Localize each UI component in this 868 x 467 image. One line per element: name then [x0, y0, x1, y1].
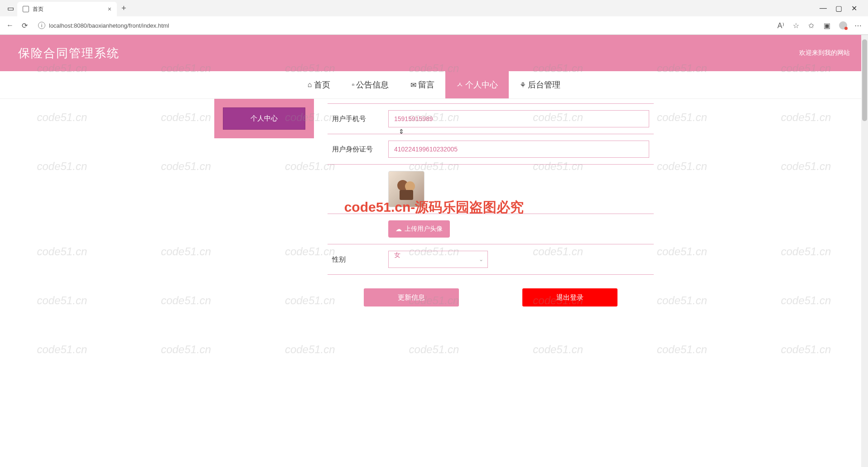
header-banner: 保险合同管理系统 欢迎来到我的网站	[0, 35, 868, 71]
home-icon: ⌂	[308, 81, 312, 89]
nav-label: 个人中心	[465, 79, 498, 90]
tab-bar: ▭ 首页 × + — ▢ ✕	[0, 0, 868, 16]
favorites-bar-icon[interactable]: ✩	[808, 21, 816, 29]
nav-admin[interactable]: ⚘ 后台管理	[509, 71, 571, 98]
nav-profile[interactable]: ㅅ 个人中心	[445, 71, 509, 98]
upload-avatar-button[interactable]: ☁ 上传用户头像	[388, 220, 450, 238]
window-controls-left: ▭	[4, 5, 17, 11]
site-title: 保险合同管理系统	[18, 45, 120, 61]
tab-actions-icon[interactable]: ▭	[7, 5, 14, 11]
address-bar: ← ⟳ i localhost:8080/baoxianhetong/front…	[0, 16, 868, 34]
nav-label: 后台管理	[528, 79, 560, 90]
profile-icon[interactable]	[839, 21, 847, 29]
form-row-phone: 用户手机号 ⇕	[328, 103, 654, 134]
id-label: 用户身份证号	[332, 145, 377, 154]
nav-home[interactable]: ⌂ 首页	[297, 71, 341, 98]
collections-icon[interactable]: ▣	[824, 21, 832, 29]
window-controls-right: — ▢ ✕	[813, 5, 864, 11]
mail-icon: ✉	[410, 81, 416, 89]
gender-label: 性别	[332, 255, 377, 264]
grid-icon: ▫	[352, 81, 355, 89]
page-wrapper: code51.cncode51.cncode51.cncode51.cncode…	[0, 35, 868, 467]
sidebar: 个人中心	[214, 99, 314, 316]
svg-point-1	[405, 181, 415, 191]
read-aloud-icon[interactable]: A⁾	[777, 21, 786, 29]
back-button[interactable]: ←	[5, 21, 14, 30]
form-row-gender: 性别 女 ⌄	[328, 244, 654, 275]
refresh-button[interactable]: ⟳	[20, 21, 29, 30]
tab-title: 首页	[33, 5, 43, 13]
url-box[interactable]: i localhost:8080/baoxianhetong/front/ind…	[34, 20, 772, 31]
gender-select[interactable]: 女	[388, 251, 488, 268]
phone-input[interactable]	[388, 110, 649, 127]
page-icon	[23, 6, 29, 12]
main-area: 个人中心 用户手机号 ⇕ 用户身份证号	[0, 99, 868, 334]
close-tab-icon[interactable]: ×	[108, 5, 111, 13]
nav-messages[interactable]: ✉ 留言	[400, 71, 445, 98]
nav-announcements[interactable]: ▫ 公告信息	[341, 71, 400, 98]
link-icon: ⚘	[520, 81, 526, 89]
url-text: localhost:8080/baoxianhetong/front/index…	[49, 22, 169, 29]
sidebar-item-label: 个人中心	[251, 114, 278, 122]
button-row: 更新信息 退出登录	[328, 275, 654, 311]
minimize-icon[interactable]: —	[820, 5, 826, 11]
scrollbar-track[interactable]	[861, 35, 868, 467]
id-input[interactable]	[388, 141, 649, 158]
logout-button[interactable]: 退出登录	[522, 288, 617, 306]
close-window-icon[interactable]: ✕	[851, 5, 857, 11]
scrollbar-thumb[interactable]	[862, 39, 867, 121]
avatar-image-icon	[393, 175, 420, 203]
maximize-icon[interactable]: ▢	[835, 5, 842, 11]
nav-label: 留言	[418, 79, 434, 90]
address-actions: A⁾ ☆ ✩ ▣ ⋯	[777, 21, 863, 29]
phone-label: 用户手机号	[332, 115, 377, 123]
upload-label: 上传用户头像	[405, 225, 443, 233]
form-row-id: 用户身份证号	[328, 134, 654, 165]
favorite-icon[interactable]: ☆	[793, 21, 801, 29]
update-button[interactable]: 更新信息	[364, 288, 459, 306]
cloud-upload-icon: ☁	[395, 225, 402, 233]
nav-label: 首页	[314, 79, 330, 90]
content-panel: 用户手机号 ⇕ 用户身份证号	[328, 99, 654, 316]
welcome-message: 欢迎来到我的网站	[799, 49, 850, 57]
info-icon[interactable]: i	[38, 22, 45, 29]
person-icon: ㅅ	[456, 80, 463, 90]
more-icon[interactable]: ⋯	[854, 21, 863, 29]
gender-select-wrap: 女 ⌄	[388, 251, 488, 268]
svg-rect-2	[400, 190, 413, 200]
sidebar-item-profile[interactable]: 个人中心	[223, 107, 305, 130]
avatar-preview[interactable]	[388, 171, 424, 207]
sidebar-box: 个人中心	[214, 99, 314, 138]
browser-chrome: ▭ 首页 × + — ▢ ✕ ← ⟳ i localhost:8080/baox…	[0, 0, 868, 35]
new-tab-button[interactable]: +	[117, 4, 131, 13]
form-row-avatar	[328, 165, 654, 214]
nav-label: 公告信息	[356, 79, 389, 90]
nav-menu: ⌂ 首页 ▫ 公告信息 ✉ 留言 ㅅ 个人中心 ⚘ 后台管理	[0, 71, 868, 99]
form-row-upload: ☁ 上传用户头像	[328, 214, 654, 244]
browser-tab[interactable]: 首页 ×	[17, 2, 117, 16]
